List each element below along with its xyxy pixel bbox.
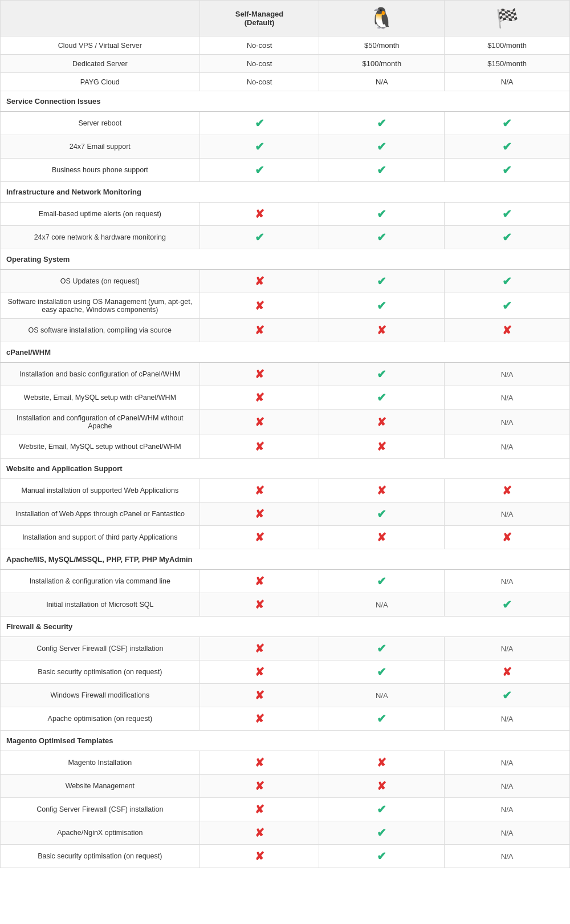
- feature-name: 24x7 Email support: [1, 135, 200, 159]
- table-row: Website, Email, MySQL setup without cPan…: [1, 435, 570, 459]
- windows-price: $100/month: [445, 37, 570, 55]
- feature-name: Windows Firewall modifications: [1, 684, 200, 707]
- cross-icon: ✘: [255, 324, 264, 337]
- cross-icon: ✘: [255, 850, 264, 862]
- cross-icon: ✘: [255, 531, 264, 544]
- table-row: Basic security optimisation (on request)…: [1, 660, 570, 684]
- plan-name: PAYG Cloud: [1, 73, 200, 91]
- section-header-row: Magento Optimised Templates: [1, 731, 570, 751]
- linux-value: ✔: [319, 363, 445, 386]
- table-row: Config Server Firewall (CSF) installatio…: [1, 637, 570, 660]
- check-icon: ✔: [255, 117, 264, 129]
- windows-value: N/A: [445, 502, 570, 526]
- cross-icon: ✘: [255, 803, 264, 816]
- table-row: 24x7 core network & hardware monitoring …: [1, 226, 570, 249]
- table-row: Software installation using OS Managemen…: [1, 293, 570, 319]
- windows-value: N/A: [445, 637, 570, 660]
- na-label: N/A: [501, 852, 514, 861]
- na-label: N/A: [501, 829, 514, 837]
- check-icon: ✔: [377, 299, 386, 312]
- feature-name: Installation & configuration via command…: [1, 570, 200, 593]
- check-icon: ✔: [377, 575, 386, 587]
- windows-value: N/A: [445, 751, 570, 775]
- cross-icon: ✘: [255, 208, 264, 220]
- section-header-row: Firewall & Security: [1, 617, 570, 637]
- linux-value: ✔: [319, 821, 445, 845]
- linux-value: ✔: [319, 135, 445, 159]
- check-icon: ✔: [502, 164, 512, 176]
- cross-icon: ✘: [255, 440, 264, 453]
- linux-value: ✘: [319, 435, 445, 459]
- cross-icon: ✘: [502, 666, 512, 678]
- pricing-row: Cloud VPS / Virtual Server No-cost $50/m…: [1, 37, 570, 55]
- self-value: ✘: [199, 435, 319, 459]
- section-header-row: Infrastructure and Network Monitoring: [1, 182, 570, 202]
- linux-value: ✔: [319, 293, 445, 319]
- windows-value: N/A: [445, 410, 570, 435]
- check-icon: ✔: [377, 275, 386, 287]
- na-label: N/A: [501, 645, 514, 653]
- windows-value: ✔: [445, 202, 570, 226]
- feature-name: OS Updates (on request): [1, 270, 200, 293]
- check-icon: ✔: [502, 689, 512, 702]
- col-linux: 🐧: [319, 1, 445, 37]
- self-value: ✔: [199, 226, 319, 249]
- table-row: Windows Firewall modifications ✘ N/A ✔: [1, 684, 570, 707]
- feature-name: 24x7 core network & hardware monitoring: [1, 226, 200, 249]
- cross-icon: ✘: [255, 575, 264, 587]
- section-title: Firewall & Security: [1, 617, 570, 637]
- check-icon: ✔: [502, 117, 512, 129]
- windows-value: N/A: [445, 363, 570, 386]
- check-icon: ✔: [502, 275, 512, 287]
- pricing-row: PAYG Cloud No-cost N/A N/A: [1, 73, 570, 91]
- check-icon: ✔: [255, 140, 264, 153]
- plan-name: Dedicated Server: [1, 55, 200, 73]
- feature-name: Installation and basic configuration of …: [1, 363, 200, 386]
- linux-value: N/A: [319, 684, 445, 707]
- na-label: N/A: [501, 759, 514, 767]
- na-label: N/A: [501, 577, 514, 586]
- self-value: ✘: [199, 845, 319, 868]
- na-label: N/A: [501, 715, 514, 723]
- linux-value: ✔: [319, 637, 445, 660]
- self-value: ✘: [199, 684, 319, 707]
- self-value: ✘: [199, 363, 319, 386]
- feature-name: Apache optimisation (on request): [1, 707, 200, 731]
- feature-name: Basic security optimisation (on request): [1, 845, 200, 868]
- feature-name: Website Management: [1, 775, 200, 798]
- table-row: Website, Email, MySQL setup with cPanel/…: [1, 386, 570, 410]
- windows-value: N/A: [445, 707, 570, 731]
- check-icon: ✔: [377, 508, 386, 520]
- windows-value: N/A: [445, 435, 570, 459]
- linux-value: ✔: [319, 798, 445, 821]
- self-value: ✘: [199, 293, 319, 319]
- windows-value: ✘: [445, 660, 570, 684]
- linux-value: ✘: [319, 751, 445, 775]
- self-value: ✔: [199, 159, 319, 182]
- col-windows: 🏁: [445, 1, 570, 37]
- windows-price: $150/month: [445, 55, 570, 73]
- self-value: ✘: [199, 593, 319, 617]
- section-title: Apache/IIS, MySQL/MSSQL, PHP, FTP, PHP M…: [1, 549, 570, 570]
- cross-icon: ✘: [255, 756, 264, 769]
- feature-name: Website, Email, MySQL setup without cPan…: [1, 435, 200, 459]
- check-icon: ✔: [377, 231, 386, 244]
- feature-name: Installation and support of third party …: [1, 526, 200, 549]
- table-row: Apache/NginX optimisation ✘ ✔ N/A: [1, 821, 570, 845]
- cross-icon: ✘: [502, 531, 512, 544]
- cross-icon: ✘: [255, 642, 264, 655]
- linux-value: ✔: [319, 707, 445, 731]
- table-row: Installation of Web Apps through cPanel …: [1, 502, 570, 526]
- feature-name: Installation of Web Apps through cPanel …: [1, 502, 200, 526]
- self-price: No-cost: [199, 73, 319, 91]
- cross-icon: ✘: [377, 416, 386, 428]
- windows-value: ✔: [445, 112, 570, 135]
- section-title: cPanel/WHM: [1, 342, 570, 363]
- self-value: ✘: [199, 502, 319, 526]
- self-value: ✘: [199, 751, 319, 775]
- self-value: ✘: [199, 775, 319, 798]
- cross-icon: ✘: [377, 324, 386, 337]
- cross-icon: ✘: [377, 440, 386, 453]
- windows-value: ✘: [445, 479, 570, 502]
- cross-icon: ✘: [255, 712, 264, 725]
